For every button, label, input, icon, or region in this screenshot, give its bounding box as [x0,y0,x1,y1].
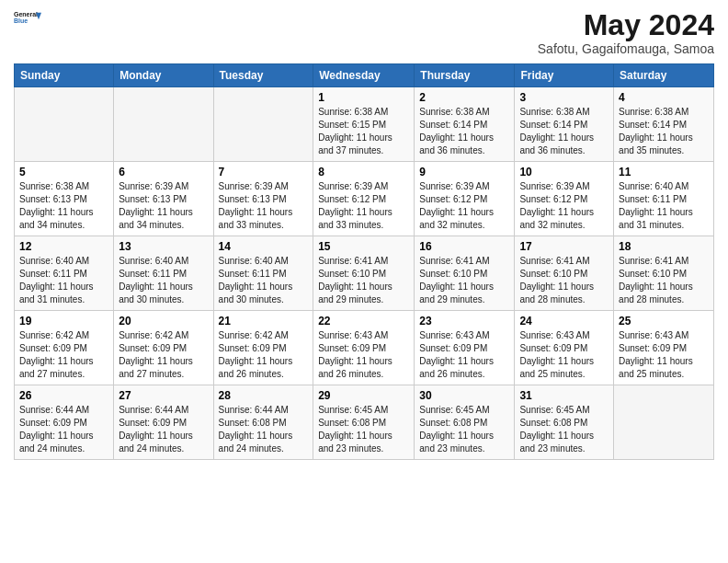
table-row: 28 Sunrise: 6:44 AMSunset: 6:08 PMDaylig… [213,385,313,460]
table-row: 14 Sunrise: 6:40 AMSunset: 6:11 PMDaylig… [213,236,313,311]
table-row: 8 Sunrise: 6:39 AMSunset: 6:12 PMDayligh… [313,162,415,236]
day-info: Sunrise: 6:42 AMSunset: 6:09 PMDaylight:… [19,330,94,379]
day-info: Sunrise: 6:41 AMSunset: 6:10 PMDaylight:… [619,256,693,304]
day-number: 19 [19,315,108,327]
calendar: Sunday Monday Tuesday Wednesday Thursday… [14,63,714,460]
svg-text:General: General [14,11,38,17]
day-info: Sunrise: 6:40 AMSunset: 6:11 PMDaylight:… [119,256,193,304]
calendar-week-row: 5 Sunrise: 6:38 AMSunset: 6:13 PMDayligh… [15,162,714,236]
table-row: 24 Sunrise: 6:43 AMSunset: 6:09 PMDaylig… [515,311,614,385]
logo-icon: General Blue [14,9,41,28]
table-row: 16 Sunrise: 6:41 AMSunset: 6:10 PMDaylig… [415,236,515,311]
table-row [213,87,313,162]
table-row: 22 Sunrise: 6:43 AMSunset: 6:09 PMDaylig… [313,311,415,385]
calendar-week-row: 26 Sunrise: 6:44 AMSunset: 6:09 PMDaylig… [15,385,714,460]
table-row: 17 Sunrise: 6:41 AMSunset: 6:10 PMDaylig… [515,236,614,311]
table-row [114,87,213,162]
table-row: 4 Sunrise: 6:38 AMSunset: 6:14 PMDayligh… [614,87,714,162]
day-number: 12 [19,240,108,253]
table-row: 19 Sunrise: 6:42 AMSunset: 6:09 PMDaylig… [15,311,114,385]
calendar-week-row: 12 Sunrise: 6:40 AMSunset: 6:11 PMDaylig… [15,236,714,311]
day-number: 16 [419,240,509,253]
table-row: 29 Sunrise: 6:45 AMSunset: 6:08 PMDaylig… [313,385,415,460]
day-info: Sunrise: 6:38 AMSunset: 6:14 PMDaylight:… [619,107,693,155]
day-number: 27 [119,389,208,402]
day-number: 7 [219,166,309,178]
day-info: Sunrise: 6:45 AMSunset: 6:08 PMDaylight:… [419,405,494,454]
col-wednesday: Wednesday [313,64,415,87]
table-row: 12 Sunrise: 6:40 AMSunset: 6:11 PMDaylig… [15,236,114,311]
table-row: 21 Sunrise: 6:42 AMSunset: 6:09 PMDaylig… [213,311,313,385]
calendar-header-row: Sunday Monday Tuesday Wednesday Thursday… [15,64,714,87]
day-number: 13 [119,240,208,253]
col-tuesday: Tuesday [213,64,313,87]
day-info: Sunrise: 6:45 AMSunset: 6:08 PMDaylight:… [519,405,594,454]
table-row: 9 Sunrise: 6:39 AMSunset: 6:12 PMDayligh… [415,162,515,236]
day-info: Sunrise: 6:40 AMSunset: 6:11 PMDaylight:… [619,181,693,230]
day-number: 21 [219,315,309,327]
day-info: Sunrise: 6:45 AMSunset: 6:08 PMDaylight:… [318,405,392,454]
day-number: 31 [519,389,609,402]
day-number: 5 [19,166,108,178]
table-row [15,87,114,162]
day-info: Sunrise: 6:41 AMSunset: 6:10 PMDaylight:… [519,256,594,304]
day-number: 17 [519,240,609,253]
day-number: 18 [619,240,709,253]
day-number: 24 [519,315,609,327]
table-row: 31 Sunrise: 6:45 AMSunset: 6:08 PMDaylig… [515,385,614,460]
table-row: 7 Sunrise: 6:39 AMSunset: 6:13 PMDayligh… [213,162,313,236]
col-thursday: Thursday [415,64,515,87]
day-info: Sunrise: 6:44 AMSunset: 6:09 PMDaylight:… [19,405,94,454]
day-info: Sunrise: 6:44 AMSunset: 6:09 PMDaylight:… [119,405,193,454]
day-info: Sunrise: 6:43 AMSunset: 6:09 PMDaylight:… [619,330,693,379]
table-row: 10 Sunrise: 6:39 AMSunset: 6:12 PMDaylig… [515,162,614,236]
day-info: Sunrise: 6:38 AMSunset: 6:14 PMDaylight:… [419,107,494,155]
location: Safotu, Gagaifomauga, Samoa [538,41,714,56]
table-row: 3 Sunrise: 6:38 AMSunset: 6:14 PMDayligh… [515,87,614,162]
day-number: 9 [419,166,509,178]
col-monday: Monday [114,64,213,87]
day-info: Sunrise: 6:44 AMSunset: 6:08 PMDaylight:… [219,405,293,454]
header: General Blue May 2024 Safotu, Gagaifomau… [14,9,714,56]
day-number: 6 [119,166,208,178]
day-info: Sunrise: 6:40 AMSunset: 6:11 PMDaylight:… [19,256,94,304]
col-saturday: Saturday [614,64,714,87]
day-number: 26 [19,389,108,402]
table-row: 18 Sunrise: 6:41 AMSunset: 6:10 PMDaylig… [614,236,714,311]
day-info: Sunrise: 6:39 AMSunset: 6:13 PMDaylight:… [219,181,293,230]
day-info: Sunrise: 6:38 AMSunset: 6:13 PMDaylight:… [19,181,94,230]
table-row: 5 Sunrise: 6:38 AMSunset: 6:13 PMDayligh… [15,162,114,236]
day-info: Sunrise: 6:41 AMSunset: 6:10 PMDaylight:… [318,256,392,304]
table-row: 20 Sunrise: 6:42 AMSunset: 6:09 PMDaylig… [114,311,213,385]
day-number: 10 [519,166,609,178]
day-number: 3 [519,91,609,104]
calendar-week-row: 19 Sunrise: 6:42 AMSunset: 6:09 PMDaylig… [15,311,714,385]
day-info: Sunrise: 6:39 AMSunset: 6:12 PMDaylight:… [519,181,594,230]
day-number: 22 [318,315,409,327]
day-number: 25 [619,315,709,327]
day-info: Sunrise: 6:40 AMSunset: 6:11 PMDaylight:… [219,256,293,304]
day-number: 11 [619,166,709,178]
day-info: Sunrise: 6:43 AMSunset: 6:09 PMDaylight:… [318,330,392,379]
day-info: Sunrise: 6:43 AMSunset: 6:09 PMDaylight:… [519,330,594,379]
day-info: Sunrise: 6:38 AMSunset: 6:15 PMDaylight:… [318,107,392,155]
calendar-week-row: 1 Sunrise: 6:38 AMSunset: 6:15 PMDayligh… [15,87,714,162]
day-number: 14 [219,240,309,253]
day-number: 23 [419,315,509,327]
table-row: 2 Sunrise: 6:38 AMSunset: 6:14 PMDayligh… [415,87,515,162]
day-info: Sunrise: 6:38 AMSunset: 6:14 PMDaylight:… [519,107,594,155]
day-info: Sunrise: 6:42 AMSunset: 6:09 PMDaylight:… [119,330,193,379]
title-block: May 2024 Safotu, Gagaifomauga, Samoa [538,9,714,56]
table-row: 30 Sunrise: 6:45 AMSunset: 6:08 PMDaylig… [415,385,515,460]
table-row: 6 Sunrise: 6:39 AMSunset: 6:13 PMDayligh… [114,162,213,236]
table-row: 13 Sunrise: 6:40 AMSunset: 6:11 PMDaylig… [114,236,213,311]
table-row: 27 Sunrise: 6:44 AMSunset: 6:09 PMDaylig… [114,385,213,460]
table-row: 1 Sunrise: 6:38 AMSunset: 6:15 PMDayligh… [313,87,415,162]
page: General Blue May 2024 Safotu, Gagaifomau… [0,0,728,563]
day-number: 15 [318,240,409,253]
day-info: Sunrise: 6:39 AMSunset: 6:12 PMDaylight:… [318,181,392,230]
day-number: 4 [619,91,709,104]
day-info: Sunrise: 6:39 AMSunset: 6:12 PMDaylight:… [419,181,494,230]
day-info: Sunrise: 6:39 AMSunset: 6:13 PMDaylight:… [119,181,193,230]
logo: General Blue [14,9,41,29]
